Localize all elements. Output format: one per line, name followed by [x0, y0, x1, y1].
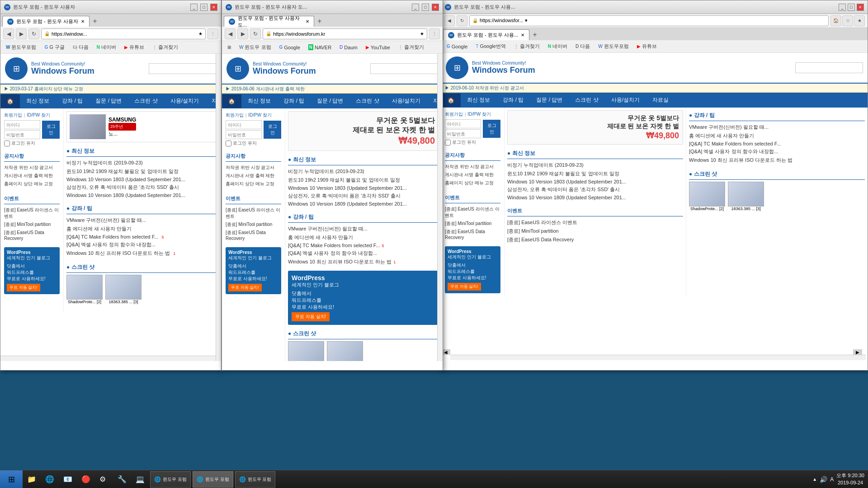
findid-link-2[interactable]: ID/PW 찾기: [248, 112, 272, 118]
address-bar-3[interactable]: 🔒 https://windowsfor... ▾: [469, 15, 829, 26]
bookmark-app-2[interactable]: ⊞: [225, 44, 234, 51]
latest-item-1-4[interactable]: Windows 10 Version 1809 (Updated Septemb…: [66, 192, 218, 199]
bookmark-translate-3[interactable]: T Google번역: [473, 42, 509, 51]
latest-item-3-1[interactable]: 윈도10 19h2 1909 재설치 불필요 및 업데이트 일정: [507, 169, 683, 178]
event-main-3-1[interactable]: [종료] MiniTool partition: [507, 227, 683, 235]
id-input-1[interactable]: [4, 120, 40, 129]
tip-3-1[interactable]: 홈 에디션에 새 사용자 만들기: [689, 131, 865, 140]
screenshot-thumb-1-0[interactable]: [66, 275, 103, 300]
bookmark-youtube-3[interactable]: ▶ 유튜브: [634, 42, 660, 51]
wp-btn-1[interactable]: 무료 자동 설치!: [7, 284, 40, 291]
tip-2-0[interactable]: VMware 구버전(신버전) 필요할 때...: [288, 225, 440, 233]
tab-2-0[interactable]: W 윈도우 포럼 - 윈도우 사용자 도... ✕: [224, 16, 314, 27]
tab-3-0[interactable]: W 윈도우 포럼 - 윈도우 사용... ✕: [443, 29, 529, 40]
nav-tips-3[interactable]: 강좌 / 팁: [496, 93, 530, 108]
remember-checkbox-1[interactable]: [4, 141, 10, 146]
bookmark-youtube-1[interactable]: ▶ 유튜브: [122, 43, 147, 52]
maximize-btn-1[interactable]: □: [200, 4, 208, 11]
nav-latest-3[interactable]: 최신 정보: [461, 93, 496, 108]
notice-2-2[interactable]: 홈페이지 상단 메뉴 고정: [226, 180, 281, 188]
nav-qa-1[interactable]: 질문 / 답변: [89, 94, 128, 108]
wp-btn-2[interactable]: 무료 자동 설치!: [228, 284, 262, 291]
tray-speaker[interactable]: 🔊: [820, 476, 827, 483]
notice-2-0[interactable]: 저작권 위반 시장 광고서: [226, 164, 281, 172]
wp-btn-main-2[interactable]: 무료 자동 설치!: [292, 312, 330, 321]
bookmark-naver-3[interactable]: N 네이버: [545, 42, 570, 51]
event-2-2[interactable]: [종료] EaseUS Data Recovery: [226, 229, 281, 242]
tab-close-2[interactable]: ✕: [306, 19, 309, 24]
screenshot-thumb-1-1[interactable]: [105, 275, 142, 300]
scrollbar-h-3[interactable]: [450, 355, 866, 360]
latest-item-2-1[interactable]: 윈도10 19h2 1909 재설치 불필요 및 업데이트 일정: [288, 176, 440, 184]
bookmark-winforum-3[interactable]: W 윈도우포럼: [595, 42, 631, 51]
notice-3-1[interactable]: 게시판내 서명 출력 제한: [445, 171, 500, 179]
new-tab-btn-1[interactable]: +: [90, 16, 100, 27]
address-bar-2[interactable]: 🔒 https://windowsforum.kr ★: [263, 28, 427, 39]
event-3-1[interactable]: [종료] MiniTool partition: [445, 220, 500, 228]
taskbar-item-5[interactable]: 🔧: [114, 471, 130, 488]
signup-link-3[interactable]: 회원가입: [445, 111, 463, 117]
taskbar-item-6[interactable]: 💻: [132, 471, 148, 488]
event-main-3-2[interactable]: [종료] EaseUS Data Recovery: [507, 235, 683, 244]
event-3-0[interactable]: [종료] EaseUS 라이센스 이벤트: [445, 205, 500, 220]
taskbar-win1[interactable]: 🌐 윈도우 포럼: [150, 471, 191, 488]
tip-2-2[interactable]: [Q&A] TC Make Folders from selected F...…: [288, 242, 440, 249]
bookmark-youtube-2[interactable]: ▶ YouTube: [363, 44, 393, 51]
tab-close-1[interactable]: ✕: [81, 19, 85, 24]
search-input-1[interactable]: [149, 63, 217, 74]
nav-qa-3[interactable]: 질문 / 답변: [530, 93, 569, 108]
login-btn-3[interactable]: 로그인: [483, 120, 500, 138]
refresh-btn-2[interactable]: ↻: [250, 28, 261, 39]
latest-item-3-2[interactable]: Windows 10 Version 1803 (Updated Septemb…: [507, 178, 683, 185]
scrollbar-v-1[interactable]: [216, 54, 221, 361]
screenshot-thumb-3-1[interactable]: [728, 182, 764, 206]
nav-tips-2[interactable]: 강좌 / 팁: [277, 94, 311, 108]
bookmark-google-2[interactable]: G Google: [277, 44, 303, 51]
close-btn-2[interactable]: ✕: [432, 4, 439, 11]
notice-2-1[interactable]: 게시판내 서명 출력 제한: [226, 172, 281, 180]
close-btn-3[interactable]: ✕: [857, 4, 864, 11]
forward-btn-1[interactable]: ▶: [16, 28, 27, 39]
address-bar-1[interactable]: 🔒 https://window... ★: [41, 28, 206, 39]
login-btn-1[interactable]: 로그인: [42, 121, 60, 139]
nav-usage-2[interactable]: 사용/설치기: [386, 94, 427, 108]
bookmark-naver-1[interactable]: N 네이버: [94, 43, 119, 52]
event-1-2[interactable]: [종료] EaseUS Data Recovery: [4, 229, 60, 242]
findid-link-3[interactable]: ID/PW 찾기: [467, 111, 491, 117]
latest-item-1-2[interactable]: Windows 10 Version 1803 (Updated Septemb…: [66, 176, 218, 183]
new-tab-btn-3[interactable]: +: [529, 29, 540, 40]
home-nav-btn-3[interactable]: 🏠: [830, 15, 841, 26]
taskbar-item-3[interactable]: 🔴: [78, 471, 94, 488]
new-tab-btn-2[interactable]: +: [314, 16, 325, 27]
remember-checkbox-3[interactable]: [445, 140, 451, 145]
latest-item-2-2[interactable]: Windows 10 Version 1803 (Updated Septemb…: [288, 184, 440, 192]
wp-btn-3[interactable]: 무료 자동 설치!: [448, 283, 481, 291]
tray-ime[interactable]: A: [830, 476, 834, 483]
back-btn-2[interactable]: ◀: [225, 28, 236, 39]
event-2-1[interactable]: [종료] MiniTool partition: [226, 221, 281, 229]
notice-1-1[interactable]: 게시판내 서명 출력 제한: [4, 172, 60, 180]
latest-item-1-0[interactable]: 비정기 누적업데이트 (2019-09-23): [66, 159, 218, 167]
latest-item-2-0[interactable]: 비정기 누적업데이트 (2019-09-23): [288, 167, 440, 176]
findid-link-1[interactable]: ID/PW 찾기: [27, 112, 50, 118]
maximize-btn-3[interactable]: □: [848, 4, 855, 11]
bookmark-daum-3[interactable]: D 다음: [573, 42, 593, 51]
start-button[interactable]: ⊞: [0, 470, 23, 488]
bookmark-google-3[interactable]: G Google: [444, 43, 470, 50]
notice-1-0[interactable]: 저작권 위반 시장 광고서: [4, 164, 60, 172]
event-1-0[interactable]: [종료] EaseUS 라이센스 이벤트: [4, 206, 60, 221]
notice-1-2[interactable]: 홈페이지 상단 메뉴 고정: [4, 180, 60, 188]
signup-link-1[interactable]: 회원가입: [4, 112, 22, 118]
taskbar-item-1[interactable]: 🌐: [42, 471, 58, 488]
signup-link-2[interactable]: 회원가입: [226, 112, 244, 118]
tip-1-2[interactable]: [Q&A] TC Make Folders from selected F...…: [66, 233, 218, 240]
nav-home-2[interactable]: 🏠: [222, 94, 241, 108]
bookmark-winforum-1[interactable]: W 윈도우포럼: [3, 43, 39, 52]
bookmark-favs-2[interactable]: ⋮ 즐겨찾기: [396, 43, 427, 52]
tip-3-2[interactable]: [Q&A] TC Make Folders from selected F...: [689, 140, 865, 147]
tray-arrow[interactable]: ▲: [812, 477, 817, 482]
bookmark-naver-2[interactable]: N NAVER: [306, 43, 334, 51]
nav-screenshot-1[interactable]: 스크린 샷: [128, 94, 164, 108]
refresh-btn-3[interactable]: ↻: [457, 15, 467, 26]
minimize-btn-2[interactable]: _: [412, 4, 419, 11]
